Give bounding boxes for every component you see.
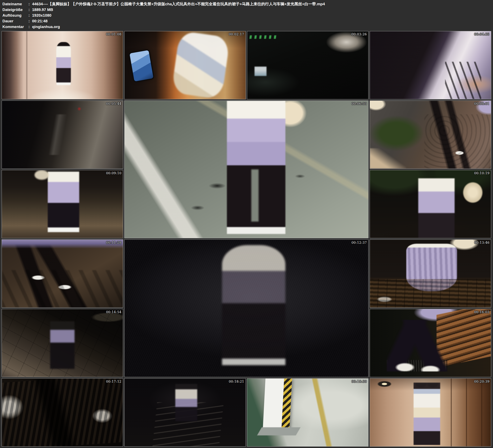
file-info-row: Dateiname : 44634----【臭脚妹妹】【户外惊魂2·0-万圣节前… [2, 1, 325, 7]
file-info-row: Auflösung : 1920x1080 [2, 12, 325, 18]
timestamp-overlay: 00:17:12 [106, 380, 122, 383]
file-info-separator: : [28, 24, 32, 29]
scene-image [124, 240, 368, 377]
video-thumbnail: 00:13:46 [370, 239, 491, 308]
file-info-row: Dateigröße : 1889.97 MB [2, 7, 325, 12]
scene-image [370, 101, 491, 168]
file-info-value: 00:21:48 [32, 19, 47, 23]
scene-image [2, 170, 123, 238]
scene-image [370, 309, 491, 377]
video-thumbnail: 00:18:21 [124, 378, 246, 447]
file-info-separator: : [28, 19, 32, 23]
scene-image [124, 31, 246, 99]
scene-image [370, 240, 491, 307]
thumbnail-grid: 00:01:08 00:02:17 00:03:26 00:04:35 00:0… [2, 31, 491, 447]
timestamp-overlay: 00:12:37 [351, 241, 367, 245]
timestamp-overlay: 00:10:19 [474, 171, 490, 175]
video-thumbnail: 00:12:37 [124, 239, 369, 377]
video-thumbnail: 00:14:54 [2, 309, 123, 377]
file-info-label: Dauer [2, 19, 28, 23]
file-info-separator: : [28, 2, 32, 6]
scene-image [124, 101, 368, 238]
file-info-label: Dateigröße [2, 8, 28, 12]
file-info-separator: : [28, 13, 32, 18]
video-thumbnail: 00:17:12 [2, 378, 123, 447]
timestamp-overlay: 00:09:10 [106, 171, 122, 175]
timestamp-overlay: 00:01:08 [106, 32, 122, 36]
file-info-row: Dauer : 00:21:48 [2, 18, 325, 24]
video-thumbnail: 00:20:39 [370, 378, 491, 447]
video-thumbnail: 00:11:28 [2, 239, 123, 308]
scene-image [124, 379, 246, 446]
scene-image [370, 170, 491, 238]
timestamp-overlay: 00:13:46 [474, 241, 490, 245]
scene-image [370, 379, 491, 446]
file-info-header: Dateiname : 44634----【臭脚妹妹】【户外惊魂2·0-万圣节前… [2, 1, 325, 30]
timestamp-overlay: 00:14:54 [106, 310, 122, 314]
video-thumbnail: 00:09:10 [2, 170, 123, 238]
video-thumbnail: 00:01:08 [2, 31, 123, 99]
video-contact-sheet: Dateiname : 44634----【臭脚妹妹】【户外惊魂2·0-万圣节前… [0, 0, 493, 448]
video-thumbnail: 00:05:44 [2, 101, 123, 169]
scene-image [2, 309, 123, 377]
video-thumbnail: 00:16:03 [370, 309, 491, 377]
scene-image [247, 31, 368, 99]
timestamp-overlay: 00:05:44 [106, 102, 122, 106]
file-info-separator: : [28, 8, 32, 12]
scene-image [370, 31, 491, 99]
timestamp-overlay: 00:16:03 [474, 310, 490, 314]
scene-image [2, 379, 123, 446]
video-thumbnail: 00:10:19 [370, 170, 491, 238]
timestamp-overlay: 00:04:35 [474, 32, 490, 36]
timestamp-overlay: 00:03:26 [351, 32, 367, 36]
file-info-value: 44634----【臭脚妹妹】【户外惊魂2·0-万圣节前夕】公园椅子大量失禁+升… [32, 1, 325, 7]
file-info-value: 1920x1080 [32, 13, 51, 18]
video-thumbnail: 00:08:01 [370, 101, 491, 169]
timestamp-overlay: 00:08:01 [474, 102, 490, 106]
timestamp-overlay: 00:18:21 [229, 380, 244, 383]
scene-image [2, 240, 123, 307]
timestamp-overlay: 00:02:17 [229, 32, 244, 36]
video-thumbnail: 00:06:53 [124, 101, 369, 238]
file-info-value: 1889.97 MB [32, 8, 53, 12]
file-info-label: Dateiname [2, 2, 28, 6]
file-info-value: qinglanhua.org [32, 24, 60, 29]
file-info-row: Kommentar : qinglanhua.org [2, 24, 325, 30]
timestamp-overlay: 00:20:39 [474, 380, 490, 383]
scene-image [247, 379, 368, 446]
video-thumbnail: 00:19:30 [247, 378, 369, 447]
timestamp-overlay: 00:19:30 [351, 380, 367, 383]
file-info-label: Auflösung [2, 13, 28, 18]
video-thumbnail: 00:04:35 [370, 31, 491, 99]
timestamp-overlay: 00:06:53 [351, 102, 367, 106]
video-thumbnail: 00:03:26 [247, 31, 369, 99]
file-info-label: Kommentar [2, 24, 28, 29]
scene-image [2, 31, 123, 99]
video-thumbnail: 00:02:17 [124, 31, 246, 99]
timestamp-overlay: 00:11:28 [106, 241, 122, 245]
scene-image [2, 101, 123, 168]
